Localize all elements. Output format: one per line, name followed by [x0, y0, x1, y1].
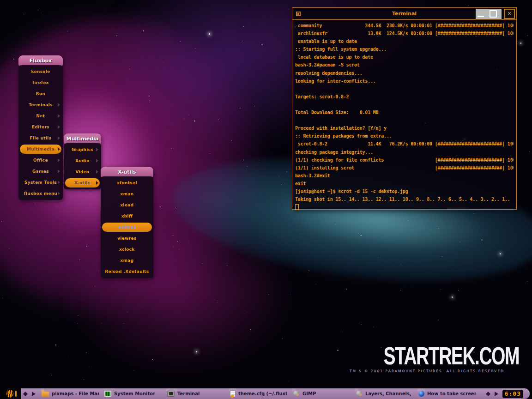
submenu-arrow-icon [96, 148, 98, 151]
menu-item-editors[interactable]: Editors [18, 121, 63, 133]
menu-item-system-tools[interactable]: System Tools [18, 177, 63, 188]
submenu-arrow-icon [58, 158, 60, 162]
terminal-line [295, 101, 514, 109]
terminal-line: bash-3.2#exit [295, 172, 514, 180]
submenu-arrow-icon [58, 147, 60, 151]
menu-item-xload[interactable]: xload [101, 200, 153, 211]
menu-item-run[interactable]: Run [18, 88, 63, 99]
menu-item-editres[interactable]: editres [101, 222, 153, 233]
menu-item-konsole[interactable]: konsole [18, 66, 63, 77]
menu-item-xfontsel[interactable]: xfontsel [101, 177, 153, 188]
maximize-button[interactable] [488, 9, 500, 19]
x-utils-submenu: X-utils xfontsel xman xload xbiff editre… [101, 167, 153, 278]
terminal-line: looking for inter-conflicts... [295, 77, 514, 85]
task-pixmaps-file-manager[interactable]: pixmaps - File Manager [38, 388, 101, 399]
menu-item-firefox[interactable]: firefox [18, 77, 63, 88]
menu-body: Graphics Audio Video X-utils [64, 143, 101, 189]
submenu-arrow-icon [58, 103, 60, 107]
menu-item-fluxbox-menu[interactable]: fluxbox menu [18, 188, 63, 199]
menu-item-xbiff[interactable]: xbiff [101, 211, 153, 222]
stick-button[interactable] [296, 12, 301, 16]
window-button-panel [476, 9, 502, 19]
menu-title: Fluxbox [18, 55, 63, 66]
menu-item-xmag[interactable]: xmag [101, 255, 153, 266]
next-workspace-button[interactable] [30, 388, 38, 399]
system-monitor-icon [104, 391, 111, 397]
maximize-icon [490, 10, 497, 18]
terminal-line: unstable is up to date [295, 37, 514, 45]
menu-item-viewres[interactable]: viewres [101, 233, 153, 244]
terminal-line: Taking shot in 15.. 14.. 13.. 12.. 11.. … [295, 195, 514, 203]
menu-item-games[interactable]: Games [18, 166, 63, 177]
submenu-arrow-icon [96, 170, 98, 174]
terminal-line: bash-3.2#pacman -S scrot [295, 61, 514, 69]
taskbar: pixmaps - File Manager System Monitor Te… [0, 388, 532, 399]
terminal-line: (1/1) installing scrot [################… [295, 164, 514, 172]
terminal-line: community 344.5K 230.8K/s 00:00:01 [####… [295, 22, 514, 30]
terminal-window: Terminal ✕ community 344.5K 230.8K/s 00:… [292, 7, 517, 210]
terminal-line: archlinuxfr 13.9K 124.5K/s 00:00:00 [###… [295, 30, 514, 37]
task-gimp[interactable]: GIMP [289, 388, 352, 399]
folder-icon [42, 392, 49, 397]
menu-item-reload-xdefaults[interactable]: Reload .Xdefaults [101, 266, 153, 277]
terminal-line: resolving dependencies... [295, 69, 514, 77]
terminal-line: exit [295, 180, 514, 187]
close-button[interactable]: ✕ [504, 9, 515, 19]
submenu-arrow-icon [58, 114, 60, 118]
terminal-cursor [295, 204, 299, 210]
menu-item-terminals[interactable]: Terminals [18, 99, 63, 110]
submenu-arrow-icon [58, 169, 60, 173]
menu-item-xclock[interactable]: xclock [101, 244, 153, 255]
submenu-arrow-icon [58, 136, 60, 140]
terminal-line: scrot-0.8-2 11.4K 76.2K/s 00:00:00 [####… [295, 140, 514, 148]
fluxbox-root-menu: Fluxbox konsole firefox Run Terminals Ne… [18, 55, 63, 200]
prev-window-button[interactable] [484, 388, 492, 399]
workspace-bar-icon [15, 391, 17, 397]
task-terminal[interactable]: Terminal [163, 388, 226, 399]
globe-icon [418, 391, 424, 397]
menu-item-video[interactable]: Video [64, 166, 101, 177]
menu-item-graphics[interactable]: Graphics [64, 144, 101, 155]
menu-title: Multimedia [64, 133, 101, 144]
task-theme-cfg-editor[interactable]: theme.cfg (~/.fluxbox/style [226, 388, 289, 399]
wallpaper-brand-tagline: TM & © 2001 PARAMOUNT PICTURES. ALL RIGH… [350, 369, 519, 373]
task-browser-screenshots[interactable]: How to take screenshots with [415, 388, 478, 399]
menu-item-file-utils[interactable]: File utils [18, 133, 63, 144]
wallpaper-brand-text: STARTREK.COM [383, 344, 519, 369]
menu-item-net[interactable]: Net [18, 110, 63, 121]
workspace-glyph-icon [6, 390, 13, 398]
prev-workspace-button[interactable] [21, 388, 30, 399]
terminal-line: :: Starting full system upgrade... [295, 45, 514, 53]
next-window-button[interactable] [492, 388, 501, 399]
prev-workspace-icon [23, 392, 28, 396]
text-editor-icon [230, 391, 236, 397]
submenu-arrow-icon [58, 181, 60, 184]
terminal-line: Targets: scrot-0.8-2 [295, 93, 514, 101]
submenu-arrow-icon [58, 192, 60, 195]
terminal-line [295, 116, 514, 124]
clock: 6:03 [502, 390, 523, 398]
submenu-arrow-icon [96, 159, 98, 163]
terminal-content[interactable]: community 344.5K 230.8K/s 00:00:01 [####… [292, 20, 516, 212]
submenu-arrow-icon [96, 181, 98, 185]
menu-item-audio[interactable]: Audio [64, 155, 101, 166]
task-system-monitor[interactable]: System Monitor [101, 388, 163, 399]
terminal-line: [josip@host ~]$ scrot -d 15 -c dekstop.j… [295, 187, 514, 195]
desktop: STARTREK.COM TM & © 2001 PARAMOUNT PICTU… [0, 0, 532, 399]
menu-item-multimedia[interactable]: Multimedia [18, 144, 63, 155]
terminal-titlebar[interactable]: Terminal ✕ [292, 8, 516, 20]
close-icon: ✕ [507, 11, 511, 17]
terminal-line: :: Retrieving packages from extra... [295, 132, 514, 140]
minimize-button[interactable] [476, 9, 488, 19]
menu-item-xman[interactable]: xman [101, 188, 153, 200]
workspace-indicator[interactable] [0, 388, 21, 399]
terminal-line [295, 85, 514, 93]
menu-item-x-utils[interactable]: X-utils [64, 177, 101, 188]
gimp-icon [293, 391, 300, 397]
multimedia-submenu: Multimedia Graphics Audio Video X-utils [64, 133, 101, 189]
minimize-icon [478, 16, 484, 17]
terminal-line: local database is up to date [295, 53, 514, 61]
terminal-line: (1/1) checking for file conflicts [#####… [295, 156, 514, 164]
task-gimp-layers[interactable]: Layers, Channels, Paths, Undo [352, 388, 415, 399]
menu-item-office[interactable]: Office [18, 155, 63, 166]
